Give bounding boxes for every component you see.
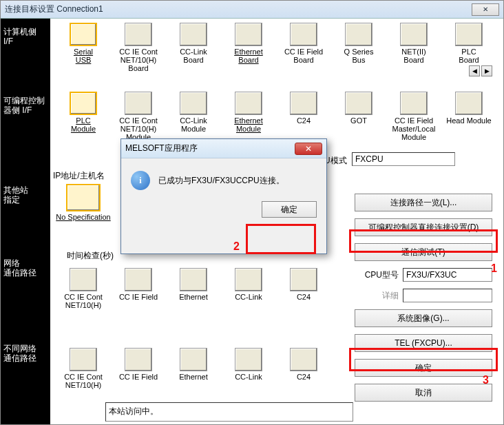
tel-button[interactable]: TEL (FXCPU)... (355, 334, 492, 352)
device-icon (70, 268, 97, 291)
device-icon (400, 92, 428, 115)
row4-item-1[interactable]: CC IE Field (111, 268, 166, 301)
device-icon (125, 268, 152, 291)
device-icon (125, 92, 152, 115)
device-label: PLC Module (56, 116, 111, 133)
device-label: C24 (276, 293, 331, 301)
cpu-mode-value: FXCPU (352, 152, 455, 166)
row4-item-3[interactable]: CC-Link (221, 268, 276, 301)
device-icon (70, 348, 97, 371)
device-label: NET(II) Board (386, 48, 441, 64)
device-label: CC IE Field (111, 293, 166, 301)
row5-item-2[interactable]: Ethernet (166, 348, 221, 381)
device-label: CC IE Field Master/Local Module (386, 116, 441, 141)
scroll-left-button[interactable]: ◀ (469, 65, 480, 76)
device-label: Ethernet Module (221, 116, 276, 133)
row2-item-0[interactable]: PLC Module (56, 92, 111, 133)
detail-label: 详细 (355, 290, 403, 302)
label-network-route: 网络 通信路径 (3, 258, 48, 278)
scroll-right-button[interactable]: ▶ (481, 65, 492, 76)
row2-item-1[interactable]: CC IE Cont NET/10(H) Module (111, 92, 166, 141)
device-icon (235, 348, 262, 371)
device-label: CC IE Cont NET/10(H) Module (111, 116, 166, 141)
info-icon: i (131, 171, 150, 190)
device-label: No Specification (56, 213, 111, 221)
row2-item-4[interactable]: C24 (276, 92, 331, 125)
device-label: CC-Link (221, 293, 276, 301)
row1-item-0[interactable]: Serial USB (56, 23, 111, 64)
row2-item-3[interactable]: Ethernet Module (221, 92, 276, 133)
comm-test-button[interactable]: 通信测试(T) (355, 243, 492, 261)
device-icon (235, 23, 262, 46)
row1-item-3[interactable]: Ethernet Board (221, 23, 276, 64)
cancel-button[interactable]: 取消 (355, 384, 492, 402)
row2-item-2[interactable]: CC-Link Module (166, 92, 221, 133)
row1-item-4[interactable]: CC IE Field Board (276, 23, 331, 64)
device-label: Q Series Bus (331, 48, 386, 64)
dialog-title: MELSOFT应用程序 (125, 143, 295, 154)
dialog-titlebar: MELSOFT应用程序 ✕ (121, 139, 326, 158)
label-other-station: 其他站 指定 (3, 185, 48, 205)
device-icon (180, 268, 207, 291)
device-icon (235, 268, 262, 291)
row1-item-7[interactable]: PLC Board (441, 23, 496, 64)
dialog-message: 已成功与FX3U/FX3UCCPU连接。 (158, 175, 284, 187)
device-label: Head Module (441, 116, 496, 125)
window-close-button[interactable]: ✕ (472, 3, 499, 16)
row2-item-5[interactable]: GOT (331, 92, 386, 125)
row5-item-1[interactable]: CC IE Field (111, 348, 166, 381)
conn-route-list-button[interactable]: 连接路径一览(L)... (355, 194, 492, 211)
device-icon (70, 23, 97, 46)
dialog-close-button[interactable]: ✕ (295, 143, 322, 155)
device-icon (235, 92, 262, 115)
row4-item-4[interactable]: C24 (276, 268, 331, 301)
plc-direct-conn-button[interactable]: 可编程控制器直接连接设置(D) (355, 218, 492, 236)
cpu-model-value: FX3U/FX3UC (403, 268, 492, 282)
row5-item-4[interactable]: C24 (276, 348, 331, 381)
status-text: 本站访问中。 (109, 406, 158, 416)
time-check-label: 时间检查(秒) (67, 250, 114, 262)
device-icon (180, 92, 207, 115)
row1-item-1[interactable]: CC IE Cont NET/10(H) Board (111, 23, 166, 72)
row5-item-3[interactable]: CC-Link (221, 348, 276, 381)
device-icon (290, 92, 317, 115)
device-icon (290, 348, 317, 371)
device-icon (125, 23, 152, 46)
annotation-num-3: 3 (483, 374, 489, 386)
row2-item-6[interactable]: CC IE Field Master/Local Module (386, 92, 441, 141)
ip-host-label: IP地址/主机名 (53, 170, 105, 182)
ok-button[interactable]: 确定 (355, 359, 492, 377)
device-label: CC IE Cont NET/10(H) (56, 293, 111, 309)
device-icon (455, 23, 483, 46)
dialog-ok-button[interactable]: 确定 (262, 201, 317, 218)
device-icon (66, 184, 101, 211)
device-label: Ethernet (166, 293, 221, 301)
row2-item-7[interactable]: Head Module (441, 92, 496, 125)
device-icon (290, 23, 317, 46)
titlebar: 连接目标设置 Connection1 ✕ (1, 1, 503, 19)
row1-item-2[interactable]: CC-Link Board (166, 23, 221, 64)
row5-item-0[interactable]: CC IE Cont NET/10(H) (56, 348, 111, 389)
device-icon (455, 92, 483, 115)
row4-item-2[interactable]: Ethernet (166, 268, 221, 301)
category-rail: 计算机侧 I/F 可编程控制器侧 I/F 其他站 指定 网络 通信路径 不同网络… (1, 19, 50, 424)
device-label: C24 (276, 116, 331, 125)
device-label: CC IE Field Board (276, 48, 331, 64)
status-box: 本站访问中。 (105, 402, 353, 422)
row3-item-0[interactable]: No Specification (56, 184, 111, 221)
device-label: CC-Link Module (166, 116, 221, 133)
row1-item-5[interactable]: Q Series Bus (331, 23, 386, 64)
device-label: CC-Link (221, 373, 276, 381)
device-icon (70, 92, 97, 115)
device-label: C24 (276, 373, 331, 381)
sys-image-button[interactable]: 系统图像(G)... (355, 309, 492, 327)
row1-item-6[interactable]: NET(II) Board (386, 23, 441, 64)
device-icon (345, 92, 372, 115)
device-label: CC IE Cont NET/10(H) Board (111, 48, 166, 72)
row4-item-0[interactable]: CC IE Cont NET/10(H) (56, 268, 111, 309)
device-label: CC IE Cont NET/10(H) (56, 373, 111, 389)
device-icon (290, 268, 317, 291)
device-icon (400, 23, 428, 46)
device-icon (345, 23, 372, 46)
message-dialog: MELSOFT应用程序 ✕ i 已成功与FX3U/FX3UCCPU连接。 确定 (120, 138, 327, 254)
